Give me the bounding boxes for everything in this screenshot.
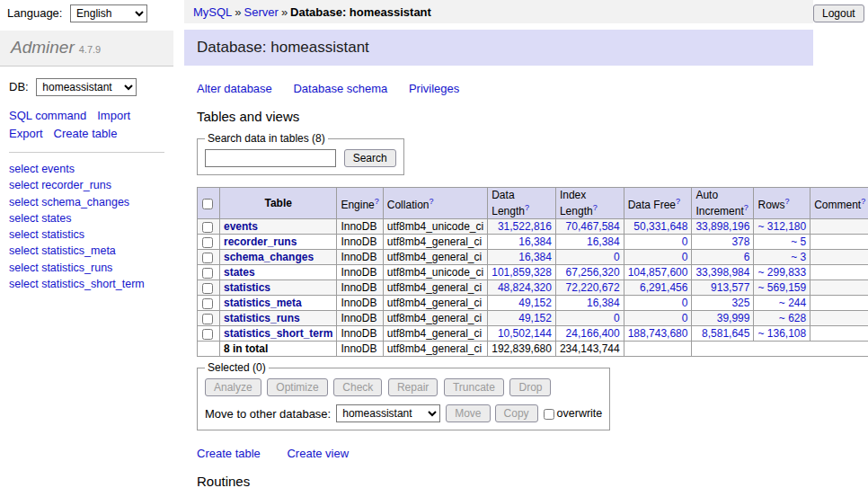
auto-increment-link[interactable]: 6 — [744, 251, 750, 263]
row-checkbox[interactable] — [202, 268, 213, 279]
rows-link[interactable]: ~ 136,108 — [757, 327, 806, 340]
select-link[interactable]: select — [9, 196, 39, 209]
index-length-link[interactable]: 70,467,584 — [566, 220, 620, 233]
select-link[interactable]: select — [9, 278, 39, 290]
truncate-button[interactable]: Truncate — [444, 378, 504, 396]
copy-button[interactable]: Copy — [495, 404, 538, 422]
search-input[interactable] — [205, 149, 336, 167]
drop-button[interactable]: Drop — [509, 378, 551, 396]
table-link[interactable]: recorder_runs — [224, 235, 297, 248]
select-link[interactable]: select — [9, 244, 39, 257]
table-link-statistics-meta[interactable]: statistics_meta — [41, 244, 116, 257]
row-checkbox[interactable] — [202, 283, 213, 294]
row-checkbox[interactable] — [202, 222, 213, 233]
index-length-link[interactable]: 72,220,672 — [566, 281, 620, 294]
data-free-link[interactable]: 50,331,648 — [633, 220, 687, 233]
analyze-button[interactable]: Analyze — [205, 378, 261, 396]
rows-link[interactable]: ~ 3 — [791, 251, 806, 263]
database-schema-link[interactable]: Database schema — [293, 82, 387, 95]
index-length-link[interactable]: 0 — [614, 251, 620, 263]
data-length-link[interactable]: 31,522,816 — [498, 220, 552, 233]
sidebar-link-create-table[interactable]: Create table — [54, 127, 118, 140]
search-button[interactable]: Search — [344, 149, 396, 167]
auto-increment-link[interactable]: 33,898,196 — [695, 220, 749, 233]
data-length-link[interactable]: 10,502,144 — [498, 327, 552, 340]
data-length-link[interactable]: 49,152 — [518, 312, 552, 324]
logout-button[interactable]: Logout — [813, 4, 864, 22]
table-link[interactable]: schema_changes — [224, 251, 314, 263]
row-checkbox[interactable] — [202, 314, 213, 324]
auto-increment-link[interactable]: 913,577 — [711, 281, 749, 294]
rows-link[interactable]: ~ 569,159 — [757, 281, 806, 294]
sidebar-link-sql-command[interactable]: SQL command — [9, 109, 86, 122]
auto-increment-link[interactable]: 39,999 — [717, 312, 750, 324]
index-length-link[interactable]: 0 — [614, 312, 620, 324]
help-link[interactable]: ? — [525, 203, 529, 212]
help-link[interactable]: ? — [593, 203, 598, 212]
select-link[interactable]: select — [9, 163, 39, 175]
rows-link[interactable]: ~ 312,180 — [757, 220, 806, 233]
help-link[interactable]: ? — [676, 197, 680, 206]
create-table-link[interactable]: Create table — [197, 447, 261, 460]
help-link[interactable]: ? — [429, 197, 433, 206]
move-db-select[interactable]: homeassistant — [336, 404, 440, 422]
table-link[interactable]: events — [224, 220, 258, 233]
select-link[interactable]: select — [9, 228, 39, 241]
data-free-link[interactable]: 0 — [682, 251, 688, 263]
optimize-button[interactable]: Optimize — [267, 378, 327, 396]
table-link-states[interactable]: states — [41, 212, 71, 225]
rows-link[interactable]: ~ 628 — [779, 312, 806, 324]
table-link-recorder-runs[interactable]: recorder_runs — [41, 179, 111, 191]
language-select[interactable]: English — [70, 4, 147, 22]
auto-increment-link[interactable]: 33,398,984 — [695, 266, 749, 279]
table-link[interactable]: statistics_runs — [224, 312, 300, 324]
rows-link[interactable]: ~ 299,833 — [757, 266, 806, 279]
row-checkbox[interactable] — [202, 253, 213, 263]
data-free-link[interactable]: 104,857,600 — [628, 266, 688, 279]
row-checkbox[interactable] — [202, 237, 213, 248]
repair-button[interactable]: Repair — [388, 378, 438, 396]
data-free-link[interactable]: 0 — [682, 235, 688, 248]
row-checkbox[interactable] — [202, 298, 213, 309]
check-button[interactable]: Check — [333, 378, 382, 396]
move-button[interactable]: Move — [446, 404, 490, 422]
auto-increment-link[interactable]: 325 — [731, 297, 749, 309]
auto-increment-link[interactable]: 378 — [731, 235, 749, 248]
index-length-link[interactable]: 16,384 — [587, 235, 620, 248]
table-link[interactable]: statistics — [224, 281, 270, 294]
db-select[interactable]: homeassistant — [36, 78, 137, 96]
help-link[interactable]: ? — [861, 197, 865, 206]
select-link[interactable]: select — [9, 212, 39, 225]
data-length-link[interactable]: 16,384 — [518, 251, 552, 263]
rows-link[interactable]: ~ 244 — [779, 297, 806, 309]
index-length-link[interactable]: 67,256,320 — [566, 266, 620, 279]
sidebar-link-export[interactable]: Export — [9, 127, 43, 140]
help-link[interactable]: ? — [784, 197, 789, 206]
select-all-checkbox[interactable] — [202, 199, 213, 209]
table-link[interactable]: statistics_meta — [224, 297, 302, 309]
data-length-link[interactable]: 101,859,328 — [492, 266, 552, 279]
data-free-link[interactable]: 0 — [682, 297, 688, 309]
table-link-statistics-short-term[interactable]: statistics_short_term — [41, 278, 145, 290]
row-checkbox[interactable] — [202, 329, 213, 340]
table-link[interactable]: statistics_short_term — [224, 327, 332, 340]
help-link[interactable]: ? — [375, 197, 379, 206]
alter-database-link[interactable]: Alter database — [197, 82, 272, 95]
privileges-link[interactable]: Privileges — [409, 82, 459, 95]
data-length-link[interactable]: 16,384 — [518, 235, 552, 248]
table-link-statistics-runs[interactable]: statistics_runs — [41, 262, 112, 274]
data-length-link[interactable]: 48,824,320 — [498, 281, 552, 294]
data-free-link[interactable]: 0 — [682, 312, 688, 324]
table-link-events[interactable]: events — [41, 163, 75, 175]
table-link-statistics[interactable]: statistics — [41, 228, 84, 241]
breadcrumb-link-mysql[interactable]: MySQL — [193, 5, 232, 19]
select-link[interactable]: select — [9, 179, 39, 191]
sidebar-link-import[interactable]: Import — [97, 109, 130, 122]
index-length-link[interactable]: 16,384 — [587, 297, 620, 309]
data-free-link[interactable]: 188,743,680 — [628, 327, 688, 340]
rows-link[interactable]: ~ 5 — [791, 235, 806, 248]
create-view-link[interactable]: Create view — [287, 447, 349, 460]
index-length-link[interactable]: 24,166,400 — [566, 327, 620, 340]
select-link[interactable]: select — [9, 262, 39, 274]
table-link-schema-changes[interactable]: schema_changes — [41, 196, 129, 209]
